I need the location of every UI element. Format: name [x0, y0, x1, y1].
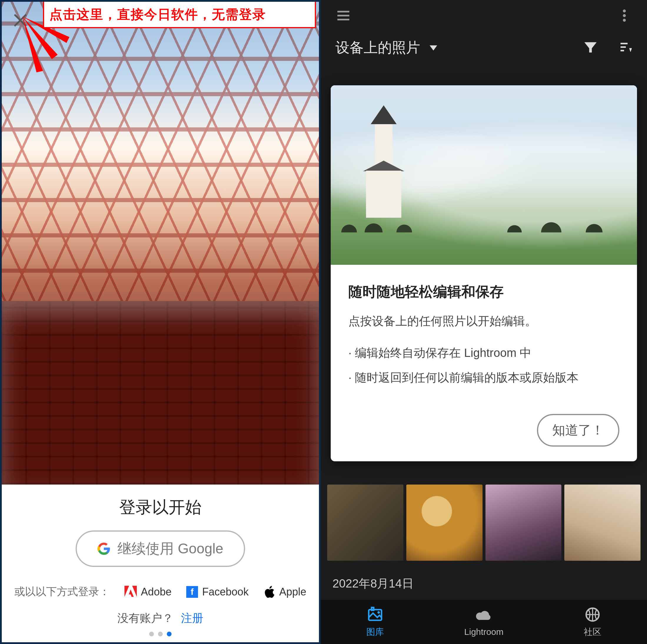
apple-icon: [263, 585, 275, 598]
alt-login-label: 或以以下方式登录：: [14, 585, 110, 599]
login-screen: 点击这里，直接今日软件，无需登录 登录以开始 继续使用 Google: [0, 0, 321, 644]
svg-point-6: [623, 10, 626, 12]
photo-thumbnail[interactable]: [327, 485, 404, 561]
overflow-button[interactable]: [617, 8, 632, 25]
library-icon: [367, 606, 384, 623]
tab-community-label: 社区: [584, 626, 601, 638]
no-account-label: 没有账户？: [118, 612, 173, 624]
google-button-label: 继续使用 Google: [118, 539, 223, 558]
svg-marker-5: [129, 589, 134, 597]
apple-label: Apple: [279, 586, 306, 598]
filter-icon: [583, 40, 597, 54]
facebook-icon: f: [186, 586, 198, 598]
login-facebook-button[interactable]: f Facebook: [186, 586, 248, 598]
tab-library-label: 图库: [366, 626, 384, 638]
facebook-label: Facebook: [202, 586, 248, 598]
google-icon: [97, 542, 110, 555]
adobe-icon: [125, 586, 137, 598]
svg-point-7: [623, 14, 626, 17]
dot-0[interactable]: [149, 632, 154, 636]
cloud-icon: [476, 607, 493, 624]
tab-library[interactable]: 图库: [321, 600, 430, 644]
onboarding-card: 随时随地轻松编辑和保存 点按设备上的任何照片以开始编辑。 · 编辑始终自动保存在…: [331, 85, 637, 461]
svg-marker-3: [125, 586, 129, 597]
page-indicator: [13, 632, 307, 636]
menu-button[interactable]: [336, 8, 351, 25]
svg-point-8: [623, 19, 626, 21]
svg-marker-11: [629, 48, 632, 52]
svg-marker-9: [430, 46, 437, 50]
continue-with-google-button[interactable]: 继续使用 Google: [76, 530, 245, 567]
sort-button[interactable]: [618, 40, 632, 55]
photo-thumbnail[interactable]: [564, 485, 641, 561]
signup-link[interactable]: 注册: [181, 612, 203, 624]
svg-rect-14: [372, 607, 374, 610]
lightroom-screen: 设备上的照片 2022年8月14日 图库 Lightroom: [321, 0, 647, 644]
svg-point-13: [377, 611, 379, 614]
hero-image: 点击这里，直接今日软件，无需登录: [2, 2, 319, 485]
sort-icon: [618, 40, 632, 54]
onboarding-card-bullet: · 编辑始终自动保存在 Lightroom 中: [348, 344, 619, 362]
top-bar: [321, 0, 647, 32]
onboarding-card-image: [331, 85, 637, 265]
alt-login-row: 或以以下方式登录： Adobe f Facebook Apple: [13, 585, 307, 599]
kebab-icon: [617, 8, 632, 23]
onboarding-card-subtitle: 点按设备上的任何照片以开始编辑。: [348, 313, 619, 329]
photo-thumbnail[interactable]: [486, 485, 562, 561]
tab-lightroom[interactable]: Lightroom: [430, 600, 538, 644]
login-title: 登录以开始: [13, 496, 307, 519]
bottom-tab-bar: 图库 Lightroom 社区: [321, 600, 647, 644]
source-dropdown-label: 设备上的照片: [336, 38, 420, 57]
source-dropdown[interactable]: 设备上的照片: [336, 38, 438, 57]
globe-icon: [584, 606, 601, 623]
chevron-down-icon: [428, 43, 438, 53]
date-section-header: 2022年8月14日: [321, 567, 647, 600]
onboarding-card-title: 随时随地轻松编辑和保存: [348, 282, 619, 301]
tab-community[interactable]: 社区: [538, 600, 647, 644]
photo-thumbnail[interactable]: [406, 485, 483, 561]
dot-2[interactable]: [167, 632, 171, 636]
dot-1[interactable]: [158, 632, 163, 636]
hamburger-icon: [336, 8, 351, 23]
login-apple-button[interactable]: Apple: [263, 585, 306, 598]
filter-button[interactable]: [583, 40, 597, 55]
no-account-row: 没有账户？ 注册: [13, 611, 307, 626]
got-it-button[interactable]: 知道了！: [537, 414, 619, 447]
tab-lightroom-label: Lightroom: [464, 627, 503, 637]
annotation-banner: 点击这里，直接今日软件，无需登录: [43, 2, 316, 28]
library-header: 设备上的照片: [321, 32, 647, 69]
svg-marker-10: [585, 43, 596, 52]
onboarding-card-bullet: · 随时返回到任何以前编辑的版本或原始版本: [348, 369, 619, 386]
adobe-label: Adobe: [141, 586, 171, 598]
login-adobe-button[interactable]: Adobe: [125, 586, 171, 598]
login-panel: 登录以开始 继续使用 Google 或以以下方式登录： Adobe f Face…: [2, 485, 319, 642]
